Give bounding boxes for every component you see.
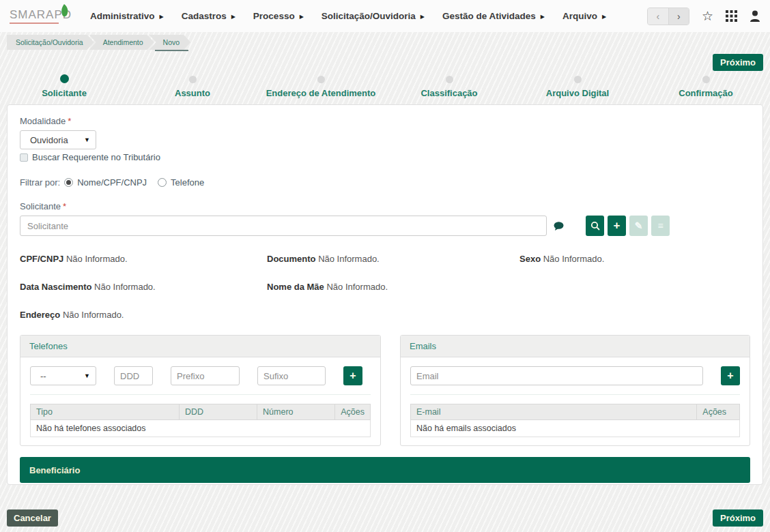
star-icon: ☆ <box>702 10 713 23</box>
user-menu-button[interactable] <box>750 10 760 22</box>
add-solicitante-button[interactable]: + <box>608 216 626 236</box>
menu-arrow-icon: ▶ <box>541 13 545 20</box>
telefone-tipo-select[interactable]: -- ▼ <box>30 366 96 385</box>
column-header: Ações <box>697 404 740 420</box>
user-icon <box>750 10 760 22</box>
wizard-stepper: Solicitante Assunto Endereço de Atendime… <box>0 74 770 98</box>
table-row: Não há telefones associados <box>31 420 371 437</box>
emails-table: E-mail Ações Não há emails associados <box>410 404 740 437</box>
solicitante-label: Solicitante* <box>20 201 750 211</box>
column-header: Ações <box>335 404 371 420</box>
comment-bubble-icon <box>554 222 564 231</box>
apps-grid-button[interactable] <box>726 10 737 22</box>
search-icon <box>590 221 600 231</box>
main-menu: Administrativo ▶ Cadastros ▶ Processo ▶ … <box>90 11 647 21</box>
logo-tagline <box>10 23 59 24</box>
step-dot <box>317 76 325 83</box>
column-header: Tipo <box>31 404 180 420</box>
buscar-requerente-checkbox[interactable] <box>20 153 28 162</box>
solicitante-input[interactable] <box>20 216 547 236</box>
edit-solicitante-button[interactable]: ✎ <box>629 216 648 236</box>
info-documento: Documento Não Informado. <box>267 254 519 264</box>
telefone-inputs-row: -- ▼ + <box>30 366 371 395</box>
step-dot <box>574 76 582 83</box>
add-telefone-button[interactable]: + <box>343 366 362 385</box>
menu-arrow-icon: ▶ <box>420 13 425 20</box>
step-confirmacao[interactable]: Confirmação <box>642 74 770 98</box>
menu-item-processo[interactable]: Processo ▶ <box>253 11 304 21</box>
filter-row: Filtrar por: Nome/CPF/CNPJ Telefone <box>20 177 750 188</box>
smarapd-logo: SMARAPD <box>10 8 75 24</box>
step-arquivo-digital[interactable]: Arquivo Digital <box>513 74 642 98</box>
search-solicitante-button[interactable] <box>586 216 604 236</box>
solicitante-form-panel: Modalidade* Ouvidoria ▼ Buscar Requerent… <box>7 104 763 485</box>
edit-icon: ✎ <box>635 220 643 231</box>
topbar-right: ‹ › ☆ <box>647 8 760 25</box>
plus-icon: + <box>614 219 621 233</box>
breadcrumb: Solicitação/Ouvidoria Atendimento Novo <box>0 32 770 52</box>
contact-panels: Telefones -- ▼ + <box>20 335 750 446</box>
breadcrumb-tab-solicitacao-ouvidoria[interactable]: Solicitação/Ouvidoria <box>7 35 94 50</box>
menu-item-arquivo[interactable]: Arquivo ▶ <box>562 11 606 21</box>
nav-forward-button[interactable]: › <box>668 8 689 25</box>
add-email-button[interactable]: + <box>721 366 740 385</box>
email-input[interactable] <box>410 366 703 385</box>
info-data-nascimento: Data Nascimento Não Informado. <box>20 282 267 292</box>
telefones-panel: Telefones -- ▼ + <box>20 335 381 446</box>
info-cpf-cnpj: CPF/CNPJ Não Informado. <box>20 254 267 264</box>
buscar-requerente-row: Buscar Requerente no Tributário <box>20 152 750 162</box>
next-button-bottom[interactable]: Próximo <box>713 509 763 527</box>
step-dot <box>702 76 710 83</box>
emails-panel: Emails + E-mail Ações <box>400 335 750 446</box>
cancel-button[interactable]: Cancelar <box>7 509 58 527</box>
sufixo-input[interactable] <box>257 366 326 385</box>
radio-nome-cpf-cnpj[interactable] <box>64 178 73 187</box>
chevron-down-icon: ▼ <box>84 372 90 379</box>
buscar-requerente-label: Buscar Requerente no Tributário <box>32 152 160 162</box>
empty-emails-message: Não há emails associados <box>411 420 740 437</box>
top-bar: SMARAPD Administrativo ▶ Cadastros ▶ Pro… <box>0 0 770 32</box>
step-solicitante[interactable]: Solicitante <box>0 74 128 98</box>
prefixo-input[interactable] <box>171 366 240 385</box>
telefones-table: Tipo DDD Número Ações Não há telefones a… <box>30 404 371 437</box>
telefones-header: Telefones <box>20 336 380 357</box>
info-endereco: Endereço Não Informado. <box>20 310 267 320</box>
column-header: DDD <box>179 404 257 420</box>
leaf-icon <box>60 4 69 18</box>
menu-arrow-icon: ▶ <box>602 13 606 20</box>
menu-item-cadastros[interactable]: Cadastros ▶ <box>182 11 236 21</box>
grid-icon <box>726 10 737 22</box>
column-header: E-mail <box>411 404 697 420</box>
modalidade-select[interactable]: Ouvidoria ▼ <box>20 130 96 149</box>
step-classificacao[interactable]: Classificação <box>385 74 513 98</box>
favorite-button[interactable]: ☆ <box>702 10 713 23</box>
step-dot <box>60 74 69 83</box>
breadcrumb-tab-novo[interactable]: Novo <box>149 35 191 50</box>
step-endereco-de-atendimento[interactable]: Endereço de Atendimento <box>257 74 385 98</box>
telefones-body: -- ▼ + Tipo DDD Número <box>20 357 380 445</box>
required-asterisk: * <box>63 201 66 211</box>
footer-actions: Cancelar Próximo <box>7 509 763 527</box>
solicitante-info: CPF/CNPJ Não Informado. Documento Não In… <box>20 254 750 320</box>
breadcrumb-tab-atendimento[interactable]: Atendimento <box>89 35 154 50</box>
beneficiario-section-header[interactable]: Beneficiário <box>20 457 750 483</box>
solicitante-row: + ✎ ≡ <box>20 216 750 236</box>
plus-icon: + <box>727 370 733 382</box>
column-header: Número <box>257 404 335 420</box>
ddd-input[interactable] <box>114 366 153 385</box>
menu-item-solicitacao-ouvidoria[interactable]: Solicitação/Ouvidoria ▶ <box>322 11 425 21</box>
radio-telefone[interactable] <box>158 178 167 187</box>
chevron-down-icon: ▼ <box>84 136 90 143</box>
nav-back-button[interactable]: ‹ <box>648 8 668 25</box>
menu-item-administrativo[interactable]: Administrativo ▶ <box>90 11 164 21</box>
menu-arrow-icon: ▶ <box>300 13 304 20</box>
menu-item-gestao-de-atividades[interactable]: Gestão de Atividades ▶ <box>442 11 545 21</box>
step-dot <box>189 76 197 83</box>
step-assunto[interactable]: Assunto <box>128 74 257 98</box>
required-asterisk: * <box>68 116 71 126</box>
next-button-top[interactable]: Próximo <box>713 54 763 71</box>
emails-header: Emails <box>401 336 750 357</box>
list-solicitante-button[interactable]: ≡ <box>651 216 670 236</box>
list-icon: ≡ <box>657 220 663 231</box>
plus-icon: + <box>350 370 356 382</box>
